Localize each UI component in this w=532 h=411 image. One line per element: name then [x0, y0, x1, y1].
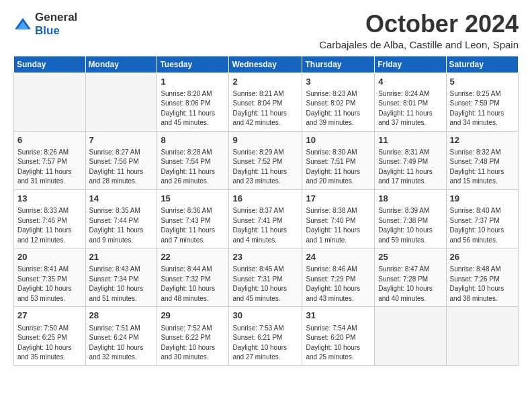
calendar-cell: 11Sunrise: 8:31 AMSunset: 7:49 PMDayligh…	[375, 131, 446, 189]
calendar-cell: 14Sunrise: 8:35 AMSunset: 7:44 PMDayligh…	[85, 189, 157, 248]
calendar-cell	[85, 73, 157, 131]
day-number: 24	[306, 251, 371, 263]
calendar-cell: 25Sunrise: 8:47 AMSunset: 7:28 PMDayligh…	[375, 248, 446, 307]
calendar-cell: 30Sunrise: 7:53 AMSunset: 6:21 PMDayligh…	[229, 307, 302, 365]
calendar-cell: 5Sunrise: 8:25 AMSunset: 7:59 PMDaylight…	[446, 73, 518, 131]
day-number: 15	[161, 193, 225, 205]
calendar-table: SundayMondayTuesdayWednesdayThursdayFrid…	[13, 56, 519, 366]
day-number: 28	[89, 310, 154, 322]
calendar-week-3: 13Sunrise: 8:33 AMSunset: 7:46 PMDayligh…	[14, 189, 519, 248]
logo: General Blue	[13, 11, 77, 38]
day-number: 12	[450, 134, 515, 146]
cell-content: Sunrise: 8:29 AMSunset: 7:52 PMDaylight:…	[232, 148, 298, 187]
day-number: 6	[17, 134, 82, 146]
weekday-header-thursday: Thursday	[302, 56, 375, 73]
cell-content: Sunrise: 8:44 AMSunset: 7:32 PMDaylight:…	[161, 265, 225, 304]
day-number: 23	[232, 251, 298, 263]
day-number: 5	[450, 76, 515, 88]
calendar-cell: 23Sunrise: 8:45 AMSunset: 7:31 PMDayligh…	[229, 248, 302, 307]
title-block: October 2024 Carbajales de Alba, Castill…	[319, 11, 519, 50]
weekday-header-sunday: Sunday	[14, 56, 86, 73]
day-number: 11	[378, 134, 442, 146]
calendar-cell: 21Sunrise: 8:43 AMSunset: 7:34 PMDayligh…	[85, 248, 157, 307]
cell-content: Sunrise: 8:39 AMSunset: 7:38 PMDaylight:…	[378, 206, 442, 245]
cell-content: Sunrise: 8:37 AMSunset: 7:41 PMDaylight:…	[232, 206, 298, 245]
weekday-header-wednesday: Wednesday	[229, 56, 302, 73]
cell-content: Sunrise: 8:46 AMSunset: 7:29 PMDaylight:…	[306, 265, 371, 304]
day-number: 9	[232, 134, 298, 146]
cell-content: Sunrise: 8:24 AMSunset: 8:01 PMDaylight:…	[378, 89, 442, 128]
calendar-week-5: 27Sunrise: 7:50 AMSunset: 6:25 PMDayligh…	[14, 307, 519, 365]
cell-content: Sunrise: 8:48 AMSunset: 7:26 PMDaylight:…	[450, 265, 515, 304]
calendar-week-2: 6Sunrise: 8:26 AMSunset: 7:57 PMDaylight…	[14, 131, 519, 189]
day-number: 17	[306, 193, 371, 205]
calendar-cell: 29Sunrise: 7:52 AMSunset: 6:22 PMDayligh…	[157, 307, 229, 365]
day-number: 4	[378, 76, 442, 88]
calendar-cell: 19Sunrise: 8:40 AMSunset: 7:37 PMDayligh…	[446, 189, 518, 248]
cell-content: Sunrise: 8:20 AMSunset: 8:06 PMDaylight:…	[161, 89, 225, 128]
location-title: Carbajales de Alba, Castille and Leon, S…	[319, 39, 519, 50]
cell-content: Sunrise: 8:45 AMSunset: 7:31 PMDaylight:…	[232, 265, 298, 304]
calendar-cell: 8Sunrise: 8:28 AMSunset: 7:54 PMDaylight…	[157, 131, 229, 189]
cell-content: Sunrise: 8:38 AMSunset: 7:40 PMDaylight:…	[306, 206, 371, 245]
day-number: 7	[89, 134, 154, 146]
day-number: 14	[89, 193, 154, 205]
weekday-header-tuesday: Tuesday	[157, 56, 229, 73]
calendar-cell: 10Sunrise: 8:30 AMSunset: 7:51 PMDayligh…	[302, 131, 375, 189]
calendar-cell: 12Sunrise: 8:32 AMSunset: 7:48 PMDayligh…	[446, 131, 518, 189]
day-number: 26	[450, 251, 515, 263]
cell-content: Sunrise: 8:35 AMSunset: 7:44 PMDaylight:…	[89, 206, 154, 245]
day-number: 30	[232, 310, 298, 322]
day-number: 2	[232, 76, 298, 88]
cell-content: Sunrise: 8:21 AMSunset: 8:04 PMDaylight:…	[232, 89, 298, 128]
calendar-cell: 15Sunrise: 8:36 AMSunset: 7:43 PMDayligh…	[157, 189, 229, 248]
day-number: 25	[378, 251, 442, 263]
calendar-cell	[375, 307, 446, 365]
calendar-week-4: 20Sunrise: 8:41 AMSunset: 7:35 PMDayligh…	[14, 248, 519, 307]
cell-content: Sunrise: 8:27 AMSunset: 7:56 PMDaylight:…	[89, 148, 154, 187]
cell-content: Sunrise: 8:47 AMSunset: 7:28 PMDaylight:…	[378, 265, 442, 304]
cell-content: Sunrise: 7:51 AMSunset: 6:24 PMDaylight:…	[89, 324, 154, 363]
calendar-cell: 9Sunrise: 8:29 AMSunset: 7:52 PMDaylight…	[229, 131, 302, 189]
cell-content: Sunrise: 8:23 AMSunset: 8:02 PMDaylight:…	[306, 89, 371, 128]
calendar-cell: 31Sunrise: 7:54 AMSunset: 6:20 PMDayligh…	[302, 307, 375, 365]
cell-content: Sunrise: 8:41 AMSunset: 7:35 PMDaylight:…	[17, 265, 82, 304]
cell-content: Sunrise: 8:25 AMSunset: 7:59 PMDaylight:…	[450, 89, 515, 128]
cell-content: Sunrise: 8:31 AMSunset: 7:49 PMDaylight:…	[378, 148, 442, 187]
cell-content: Sunrise: 8:26 AMSunset: 7:57 PMDaylight:…	[17, 148, 82, 187]
calendar-week-1: 1Sunrise: 8:20 AMSunset: 8:06 PMDaylight…	[14, 73, 519, 131]
day-number: 3	[306, 76, 371, 88]
weekday-header-monday: Monday	[85, 56, 157, 73]
weekday-header-saturday: Saturday	[446, 56, 518, 73]
month-title: October 2024	[319, 11, 519, 38]
day-number: 13	[17, 193, 82, 205]
cell-content: Sunrise: 7:50 AMSunset: 6:25 PMDaylight:…	[17, 324, 82, 363]
calendar-cell: 18Sunrise: 8:39 AMSunset: 7:38 PMDayligh…	[375, 189, 446, 248]
calendar-cell: 28Sunrise: 7:51 AMSunset: 6:24 PMDayligh…	[85, 307, 157, 365]
calendar-cell: 6Sunrise: 8:26 AMSunset: 7:57 PMDaylight…	[14, 131, 86, 189]
calendar-cell: 20Sunrise: 8:41 AMSunset: 7:35 PMDayligh…	[14, 248, 86, 307]
cell-content: Sunrise: 8:33 AMSunset: 7:46 PMDaylight:…	[17, 206, 82, 245]
calendar-cell: 24Sunrise: 8:46 AMSunset: 7:29 PMDayligh…	[302, 248, 375, 307]
cell-content: Sunrise: 7:53 AMSunset: 6:21 PMDaylight:…	[232, 324, 298, 363]
calendar-cell: 3Sunrise: 8:23 AMSunset: 8:02 PMDaylight…	[302, 73, 375, 131]
calendar-cell: 13Sunrise: 8:33 AMSunset: 7:46 PMDayligh…	[14, 189, 86, 248]
cell-content: Sunrise: 8:28 AMSunset: 7:54 PMDaylight:…	[161, 148, 225, 187]
calendar-cell: 1Sunrise: 8:20 AMSunset: 8:06 PMDaylight…	[157, 73, 229, 131]
day-number: 1	[161, 76, 225, 88]
header: General Blue October 2024 Carbajales de …	[13, 11, 519, 50]
day-number: 8	[161, 134, 225, 146]
weekday-header-row: SundayMondayTuesdayWednesdayThursdayFrid…	[14, 56, 519, 73]
day-number: 22	[161, 251, 225, 263]
day-number: 18	[378, 193, 442, 205]
weekday-header-friday: Friday	[375, 56, 446, 73]
cell-content: Sunrise: 8:40 AMSunset: 7:37 PMDaylight:…	[450, 206, 515, 245]
cell-content: Sunrise: 8:30 AMSunset: 7:51 PMDaylight:…	[306, 148, 371, 187]
calendar-cell: 26Sunrise: 8:48 AMSunset: 7:26 PMDayligh…	[446, 248, 518, 307]
day-number: 31	[306, 310, 371, 322]
logo-icon	[13, 17, 32, 32]
day-number: 27	[17, 310, 82, 322]
calendar-cell: 16Sunrise: 8:37 AMSunset: 7:41 PMDayligh…	[229, 189, 302, 248]
cell-content: Sunrise: 7:52 AMSunset: 6:22 PMDaylight:…	[161, 324, 225, 363]
calendar-cell: 22Sunrise: 8:44 AMSunset: 7:32 PMDayligh…	[157, 248, 229, 307]
